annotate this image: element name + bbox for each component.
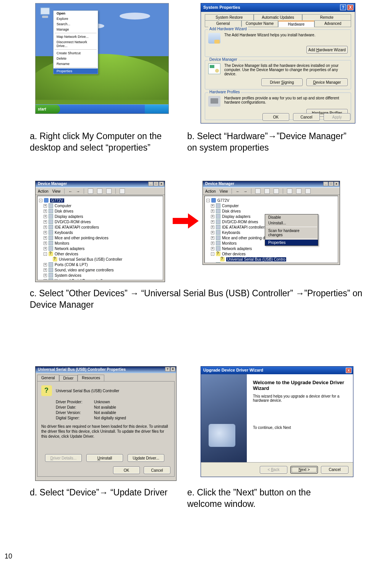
tree-item-usb-controller[interactable]: Universal Serial Bus (USB) Contro [226,257,286,261]
context-menu-item[interactable]: Disconnect Network Drive... [53,39,98,49]
screenshot-desktop-context-menu: Open Explore Search... Manage Map Networ… [35,3,169,114]
apply-button[interactable]: Apply [324,113,350,121]
system-properties-dialog: System Properties ? X System Restore Aut… [201,3,355,123]
cancel-button[interactable]: Cancel [293,113,320,121]
device-manager-window-left: Device Manager _□x Action View ←→ -G772V… [35,181,165,282]
cancel-button[interactable]: Cancel [321,466,348,474]
next-button[interactable]: Next > [290,466,318,474]
menu-view[interactable]: View [52,189,61,193]
driver-note: No driver files are required or have bee… [41,424,170,439]
titlebar: System Properties ? X [201,3,355,12]
caption-b: b. Select “Hardware”→”Device Manager” on… [187,131,348,154]
system-tray [145,105,168,114]
wizard-sidebar-graphic [201,374,247,462]
tab-system-restore[interactable]: System Restore [205,14,254,20]
tab-strip: System Restore Automatic Updates Remote … [205,14,351,27]
context-menu-item[interactable]: Delete [53,56,98,61]
hardware-profiles-icon [208,96,220,107]
context-menu-item[interactable]: Manage [53,27,98,32]
usb-controller-properties-dialog: Universal Serial Bus (USB) Controller Pr… [35,366,177,481]
cancel-button[interactable]: Cancel [144,466,170,474]
close-button[interactable]: X [170,367,175,372]
tab-automatic-updates[interactable]: Automatic Updates [254,14,303,20]
uninstall-button[interactable]: Uninstall [86,454,123,462]
toolbar-icon[interactable] [106,188,112,194]
tab-computer-name[interactable]: Computer Name [241,20,278,27]
driver-signing-button[interactable]: Driver Signing [261,78,303,86]
taskbar: start [36,104,168,114]
caption-c: c. Select ”Other Devices” → “Universal S… [30,288,366,311]
device-manager-button[interactable]: Device Manager [306,78,348,86]
close-button[interactable]: x [159,182,164,186]
device-name: Universal Serial Bus (USB) Controller [56,389,119,393]
context-menu: Disable Uninstall... Scan for hardware c… [265,214,318,246]
wizard-continue-text: To continue, click Next [253,425,347,430]
tab-resources[interactable]: Resources [78,375,104,381]
menu-action[interactable]: Action [38,189,49,193]
tab-advanced[interactable]: Advanced [314,20,351,27]
titlebar: Device Manager _□x [36,181,165,187]
group-add-hardware-wizard: Add Hardware Wizard The Add Hardware Wiz… [205,29,351,57]
red-arrow-icon [173,213,199,229]
toolbar-icon[interactable] [120,188,125,194]
toolbar-icon[interactable] [97,188,102,194]
context-menu-item[interactable]: Create Shortcut [53,50,98,56]
driver-details-button[interactable]: Driver Details... [45,454,82,462]
caption-d: d. Select “Device”→ “Update Driver [30,487,167,498]
context-menu-item[interactable]: Explore [53,16,98,21]
page-number: 10 [5,552,12,560]
context-menu: Open Explore Search... Manage Map Networ… [53,10,98,74]
back-button[interactable]: < Back [260,466,287,474]
help-button[interactable]: ? [340,5,346,10]
caption-a: a. Right click My Computer on the deskto… [30,131,190,154]
unknown-device-icon [41,385,52,396]
context-menu-item[interactable]: Rename [53,61,98,67]
wizard-icon [208,33,220,44]
device-manager-icon [208,63,220,74]
minimize-button[interactable]: _ [148,182,153,186]
context-menu-item[interactable]: Disable [265,214,318,220]
maximize-button[interactable]: □ [154,182,159,186]
context-menu-item[interactable]: Search... [53,21,98,27]
context-menu-item[interactable]: Uninstall... [265,220,318,226]
my-computer-icon [39,6,52,19]
tab-general[interactable]: General [37,375,59,381]
toolbar-icon[interactable] [88,188,93,194]
context-menu-item-properties[interactable]: Properties [53,68,98,74]
context-menu-item[interactable]: Scan for hardware changes [265,228,318,238]
tab-hardware[interactable]: Hardware [278,21,315,27]
device-manager-window-right: Device Manager _□x Action View ←→ -G772V… [202,181,340,265]
ok-button[interactable]: OK [262,113,289,121]
update-driver-button[interactable]: Update Driver... [128,454,164,462]
toolbar: Action View ←→ [36,187,165,195]
tab-remote[interactable]: Remote [302,14,351,20]
close-button[interactable]: X [346,368,352,373]
wizard-text: This wizard helps you upgrade a device d… [253,394,347,403]
ok-button[interactable]: OK [113,466,140,474]
help-button[interactable]: ? [165,367,170,372]
start-button[interactable]: start [36,105,60,114]
device-tree: -G772V +Computer +Disk drives +Display a… [37,196,163,280]
upgrade-driver-wizard-dialog: Upgrade Device Driver Wizard X Welcome t… [201,366,353,477]
add-hardware-wizard-button[interactable]: Add Hardware Wizard [306,46,348,54]
wizard-heading: Welcome to the Upgrade Device Driver Wiz… [253,380,347,391]
caption-e: e. Click the ”Next” button on the welcom… [187,487,348,510]
window-title: System Properties [203,5,240,10]
context-menu-item[interactable]: Map Network Drive... [53,34,98,39]
group-device-manager: Device Manager The Device Manager lists … [205,60,351,89]
close-button[interactable]: X [347,5,353,10]
context-menu-item-properties[interactable]: Properties [265,240,318,245]
tab-driver[interactable]: Driver [59,375,78,382]
tab-general[interactable]: General [205,20,241,27]
context-menu-item[interactable]: Open [53,11,98,16]
